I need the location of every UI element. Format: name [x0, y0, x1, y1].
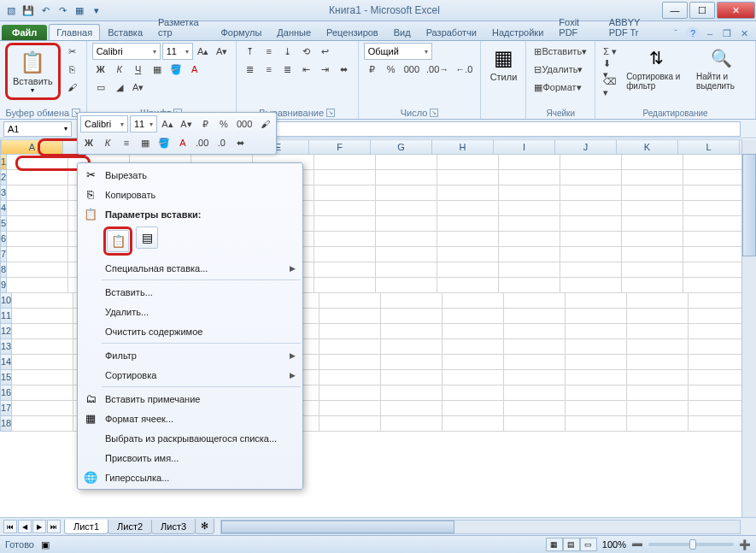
ctx-delete[interactable]: Удалить... [78, 302, 302, 321]
tab-developer[interactable]: Разработчи [419, 24, 484, 40]
cell[interactable] [381, 370, 442, 385]
help-icon[interactable]: ? [686, 26, 700, 40]
cell[interactable] [499, 216, 560, 232]
row-header[interactable]: 7 [0, 247, 7, 262]
row-header[interactable]: 9 [0, 278, 7, 293]
number-format-combo[interactable]: Общий▾ [364, 43, 432, 60]
cell[interactable] [437, 185, 499, 201]
cell[interactable] [560, 278, 622, 293]
cell[interactable] [7, 262, 68, 278]
ctx-define-name[interactable]: Присвоить имя... [78, 448, 302, 468]
cell[interactable] [560, 170, 622, 185]
font-color-icon[interactable]: A [186, 61, 203, 78]
cell[interactable] [560, 247, 622, 262]
cell[interactable] [7, 278, 68, 293]
cell[interactable] [12, 293, 73, 309]
col-header[interactable]: G [371, 139, 432, 155]
ctx-cut[interactable]: ✂Вырезать [78, 165, 302, 185]
tab-addins[interactable]: Надстройки [484, 24, 551, 40]
cell[interactable] [376, 201, 437, 216]
cell[interactable] [376, 278, 437, 293]
mini-comma-icon[interactable]: 000 [234, 115, 255, 132]
maximize-button[interactable]: ☐ [689, 2, 715, 19]
tab-home[interactable]: Главная [49, 24, 100, 40]
styles-button[interactable]: ▦ Стили [486, 43, 520, 84]
cell[interactable] [504, 339, 566, 355]
cell[interactable] [627, 416, 689, 432]
view-normal-icon[interactable]: ▦ [546, 538, 563, 551]
sheet-tab-1[interactable]: Лист1 [64, 520, 108, 534]
border-bottom-icon[interactable]: ▭ [92, 79, 109, 96]
indent-inc-icon[interactable]: ⇥ [317, 61, 334, 78]
cell[interactable] [442, 370, 504, 385]
sheet-nav-prev[interactable]: ◀ [18, 520, 32, 533]
save-icon[interactable]: 💾 [21, 3, 36, 18]
align-bottom-icon[interactable]: ⤓ [279, 43, 296, 60]
cell[interactable] [314, 247, 376, 262]
cell[interactable] [7, 232, 68, 247]
cell[interactable] [437, 232, 499, 247]
minimize-ribbon-icon[interactable]: ˇ [669, 26, 683, 40]
cell[interactable] [12, 401, 73, 416]
cell[interactable] [683, 262, 745, 278]
cell[interactable] [319, 309, 381, 324]
zoom-slider[interactable] [648, 543, 734, 546]
mini-border-icon[interactable]: ▦ [137, 134, 154, 151]
cell[interactable] [566, 416, 627, 432]
cell[interactable] [319, 401, 381, 416]
cell[interactable] [627, 385, 689, 401]
cell[interactable] [381, 293, 442, 309]
ctx-hyperlink[interactable]: 🌐Гиперссылка... [78, 468, 302, 487]
insert-cells-button[interactable]: ⊞ Вставить ▾ [531, 43, 589, 60]
cell[interactable] [566, 355, 627, 370]
cell[interactable] [566, 293, 627, 309]
cell[interactable] [622, 247, 683, 262]
mini-format-painter-icon[interactable]: 🖌 [256, 115, 273, 132]
cell[interactable] [381, 416, 442, 432]
tab-insert[interactable]: Вставка [100, 24, 150, 40]
cell[interactable] [683, 247, 745, 262]
mini-font-combo[interactable]: Calibri▾ [80, 115, 128, 132]
dec-decimal-icon[interactable]: ←.0 [453, 61, 475, 78]
cell[interactable] [622, 278, 683, 293]
cell[interactable] [499, 232, 560, 247]
font-size-combo[interactable]: 11▾ [162, 43, 193, 60]
cell[interactable] [442, 401, 504, 416]
cell[interactable] [12, 416, 73, 432]
col-header[interactable]: I [494, 139, 555, 155]
cell[interactable] [442, 339, 504, 355]
row-header[interactable]: 12 [0, 324, 12, 339]
mini-font-color-icon[interactable]: A [174, 134, 191, 151]
cell[interactable] [504, 293, 566, 309]
row-header[interactable]: 1 [0, 155, 7, 170]
row-header[interactable]: 14 [0, 355, 12, 370]
cell[interactable] [499, 201, 560, 216]
cell[interactable] [627, 401, 689, 416]
row-header[interactable]: 16 [0, 385, 12, 401]
cell[interactable] [622, 185, 683, 201]
tab-data[interactable]: Данные [269, 24, 319, 40]
cell[interactable] [627, 370, 689, 385]
indent-dec-icon[interactable]: ⇤ [298, 61, 315, 78]
cell[interactable] [683, 216, 745, 232]
row-header[interactable]: 10 [0, 293, 12, 309]
bold-button[interactable]: Ж [92, 61, 109, 78]
cell[interactable] [12, 339, 73, 355]
new-sheet-button[interactable]: ✻ [195, 519, 214, 534]
tab-view[interactable]: Вид [386, 24, 419, 40]
cell[interactable] [376, 170, 437, 185]
cell[interactable] [442, 385, 504, 401]
cell[interactable] [7, 201, 68, 216]
alignment-launcher[interactable]: ↘ [326, 109, 335, 117]
currency-icon[interactable]: ₽ [364, 61, 381, 78]
cell[interactable] [7, 185, 68, 201]
cell[interactable] [12, 324, 73, 339]
row-header[interactable]: 18 [0, 416, 12, 432]
qat-more-icon[interactable]: ▦ [72, 3, 87, 18]
ctx-comment[interactable]: 🗂Вставить примечание [78, 389, 302, 409]
copy-icon[interactable]: ⎘ [64, 61, 81, 78]
name-box[interactable]: A1▾ [3, 121, 72, 137]
mini-align-center-icon[interactable]: ≡ [118, 134, 135, 151]
zoom-out-button[interactable]: ➖ [631, 539, 643, 550]
cell[interactable] [627, 355, 689, 370]
